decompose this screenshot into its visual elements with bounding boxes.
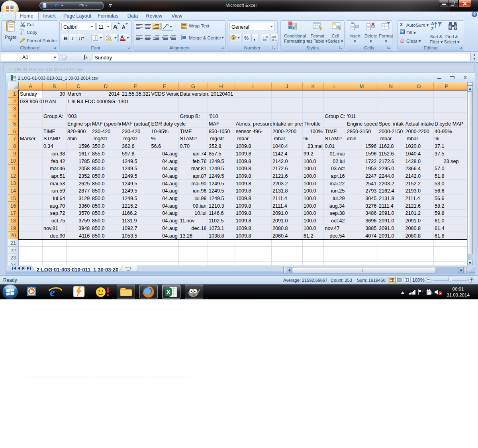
svg-text:Z: Z xyxy=(431,26,434,31)
svg-text:e: e xyxy=(50,285,55,299)
svg-text:A: A xyxy=(431,21,434,26)
